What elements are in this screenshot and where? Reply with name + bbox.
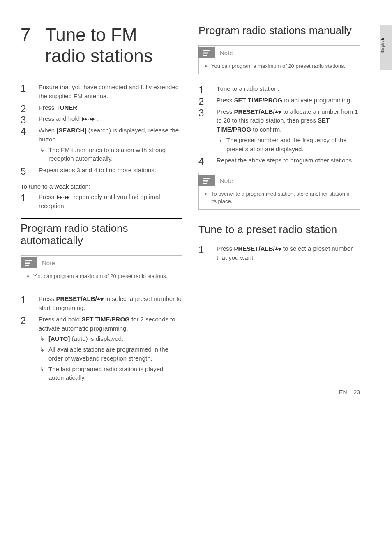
- step-2: Press and hold SET TIME/PROG for 2 secon…: [21, 315, 182, 382]
- result-item: The preset number and the frequency of t…: [225, 136, 360, 154]
- step-2: Press SET TIME/PROG to activate programm…: [198, 96, 360, 105]
- note-header: Note: [199, 46, 360, 60]
- rewind-forward-icon: [56, 193, 72, 200]
- text: .: [97, 115, 99, 122]
- weak-steps: Press repeatedly until you find optimal …: [21, 192, 182, 210]
- note-body: You can program a maximum of 20 preset r…: [199, 60, 360, 74]
- note-header: Note: [21, 256, 182, 270]
- step-1: Tune to a radio station.: [198, 84, 360, 93]
- text: Press: [39, 295, 56, 302]
- preset-heading: Tune to a preset radio station: [198, 220, 360, 236]
- page-footer: EN 23: [339, 389, 360, 395]
- note-text: To overwrite a programmed station, store…: [211, 190, 354, 205]
- note-text: You can program a maximum of 20 preset r…: [211, 62, 354, 70]
- text: Press: [217, 108, 234, 115]
- text: When: [39, 127, 56, 134]
- up-down-icon: [275, 108, 281, 115]
- footer-lang: EN: [339, 389, 347, 395]
- button-label: SET TIME/PROG: [81, 316, 130, 323]
- text: Press: [39, 193, 56, 200]
- result-item: The FM tuner tunes to a station with str…: [47, 146, 182, 164]
- note-header: Note: [199, 173, 360, 188]
- rewind-forward-icon: [81, 115, 97, 122]
- main-steps: Ensure that you have connected and fully…: [21, 83, 182, 175]
- note-box: Note To overwrite a programmed station, …: [198, 173, 360, 210]
- button-label: SET TIME/PROG: [234, 97, 283, 104]
- step-2: Press TUNER.: [21, 103, 182, 112]
- note-label: Note: [220, 49, 233, 56]
- text: .: [77, 104, 79, 111]
- note-text: You can program a maximum of 20 preset r…: [33, 273, 176, 280]
- note-body: To overwrite a programmed station, store…: [199, 188, 360, 209]
- left-column: 7 Tune to FM radio stations Ensure that …: [21, 25, 182, 391]
- step-3: Press PRESET/ALB/ to allocate a number f…: [198, 107, 360, 154]
- chapter-heading: 7 Tune to FM radio stations: [21, 25, 182, 66]
- page-number: 23: [353, 389, 360, 395]
- result-item: The last programed radio station is play…: [47, 365, 182, 383]
- chapter-number: 7: [21, 25, 45, 46]
- text: Press and hold: [39, 115, 81, 122]
- step-1: Ensure that you have connected and fully…: [21, 83, 182, 101]
- manual-program-heading: Program radio stations manually: [198, 25, 360, 37]
- display-label: [AUTO]: [48, 335, 70, 342]
- manual-steps: Tune to a radio station. Press SET TIME/…: [198, 84, 360, 165]
- text: Press and hold: [39, 316, 81, 323]
- text: to activate programming.: [282, 97, 352, 104]
- step-1: Press repeatedly until you find optimal …: [21, 192, 182, 210]
- up-down-icon: [275, 245, 281, 252]
- auto-steps: Press PRESET/ALB/ to select a preset num…: [21, 294, 182, 382]
- note-label: Note: [220, 177, 233, 184]
- result-list: The preset number and the frequency of t…: [217, 136, 360, 154]
- step-4: When [SEARCH] (search) is displayed, rel…: [21, 126, 182, 163]
- note-box: Note You can program a maximum of 20 pre…: [21, 255, 182, 284]
- note-body: You can program a maximum of 20 preset r…: [21, 270, 182, 284]
- page: English 7 Tune to FM radio stations Ensu…: [0, 0, 392, 407]
- step-3: Press and hold .: [21, 114, 182, 123]
- result-item: All available stations are programmed in…: [47, 345, 182, 363]
- result-item: [AUTO] (auto) is displayed.: [47, 334, 182, 343]
- button-label: TUNER: [56, 104, 78, 111]
- text: (auto) is displayed.: [70, 335, 123, 342]
- weak-station-heading: To tune to a weak station:: [21, 183, 182, 190]
- button-label: PRESET/ALB/: [56, 295, 97, 302]
- text: to confirm.: [251, 126, 281, 133]
- language-tab: English: [380, 25, 392, 70]
- up-down-icon: [97, 295, 104, 302]
- note-box: Note You can program a maximum of 20 pre…: [198, 45, 360, 74]
- preset-steps: Press PRESET/ALB/ to select a preset num…: [198, 244, 360, 262]
- step-1: Press PRESET/ALB/ to select a preset num…: [198, 244, 360, 262]
- auto-program-heading: Program radio stations automatically: [21, 218, 182, 247]
- step-5: Repeat steps 3 and 4 to find more statio…: [21, 166, 182, 175]
- text: Press: [39, 104, 56, 111]
- chapter-title: Tune to FM radio stations: [45, 25, 182, 66]
- result-list: The FM tuner tunes to a station with str…: [39, 146, 182, 164]
- step-4: Repeat the above steps to program other …: [198, 156, 360, 165]
- button-label: PRESET/ALB/: [234, 245, 275, 252]
- result-list: [AUTO] (auto) is displayed. All availabl…: [39, 334, 182, 382]
- note-label: Note: [42, 259, 55, 266]
- text: Press: [217, 245, 234, 252]
- note-icon: [198, 47, 215, 58]
- display-label: [SEARCH]: [56, 127, 86, 134]
- note-icon: [21, 257, 37, 268]
- right-column: Program radio stations manually Note You…: [198, 25, 371, 391]
- note-icon: [198, 175, 215, 186]
- text: Press: [217, 97, 234, 104]
- button-label: PRESET/ALB/: [234, 108, 275, 115]
- step-1: Press PRESET/ALB/ to select a preset num…: [21, 294, 182, 312]
